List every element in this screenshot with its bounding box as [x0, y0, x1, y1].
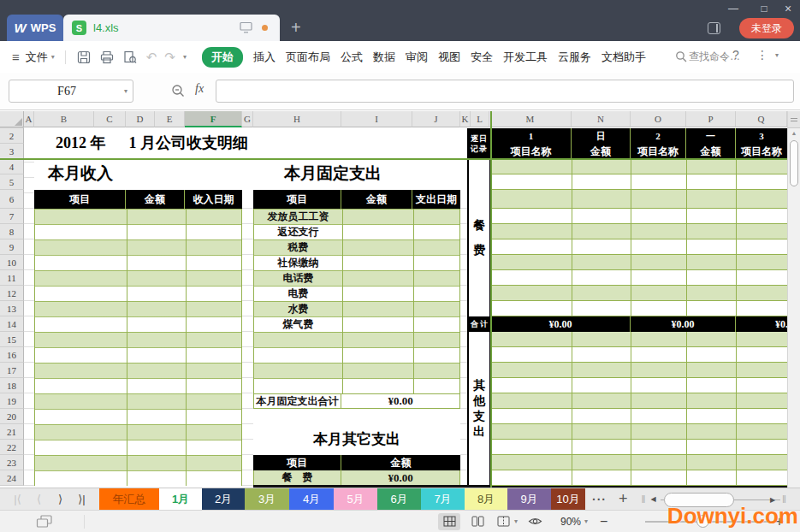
- fixed-item-water[interactable]: 水费: [254, 301, 342, 316]
- first-sheet-icon[interactable]: |⟨: [7, 493, 28, 505]
- sheet-tab-4月[interactable]: 4月: [289, 488, 334, 511]
- zoom-out-button[interactable]: −: [600, 517, 607, 526]
- daily-header-item-1[interactable]: 项目名称: [491, 144, 572, 159]
- name-box-caret-icon[interactable]: ▾: [124, 87, 127, 95]
- row-header-9[interactable]: 9: [0, 239, 24, 255]
- other-expense-first-row[interactable]: 餐 费 ¥0.00: [253, 470, 460, 486]
- share-screen-icon[interactable]: [240, 21, 252, 33]
- column-header-K[interactable]: K: [460, 111, 471, 127]
- sheet-tab-7月[interactable]: 7月: [421, 488, 465, 511]
- daily-grid-row[interactable]: [491, 393, 787, 409]
- help-icon[interactable]: ?: [732, 48, 739, 62]
- sidebar-toggle-icon[interactable]: [708, 22, 720, 34]
- column-header-D[interactable]: D: [126, 111, 155, 127]
- income-header-date[interactable]: 收入日期: [185, 190, 242, 209]
- column-header-C[interactable]: C: [94, 111, 126, 127]
- fixed-item-tax[interactable]: 税费: [254, 239, 342, 255]
- daily-header-amount-2[interactable]: 金额: [686, 144, 736, 159]
- fixed-item-phone[interactable]: 电话费: [254, 270, 342, 286]
- row-header-19[interactable]: 19: [0, 393, 24, 409]
- column-header-F[interactable]: F: [185, 111, 242, 127]
- login-button[interactable]: 未登录: [739, 18, 794, 38]
- column-header-H[interactable]: H: [253, 111, 341, 127]
- other-expense-vertical-label[interactable]: 其他支出: [472, 378, 486, 440]
- prev-sheet-icon[interactable]: ⟨: [28, 493, 50, 505]
- fixed-expense-heading[interactable]: 本月固定支出: [253, 161, 412, 186]
- daily-header-item-3[interactable]: 项目名称: [736, 144, 787, 159]
- sheet-tab-8月[interactable]: 8月: [465, 488, 507, 511]
- column-header-I[interactable]: I: [341, 111, 412, 127]
- print-preview-icon[interactable]: [123, 50, 137, 64]
- income-header-item[interactable]: 项目: [34, 190, 126, 209]
- fixed-expense-table-body[interactable]: 发放员工工资 返还支行 税费 社保缴纳 电话费 电费 水费 煤气费: [253, 209, 460, 393]
- split-handle-icon[interactable]: [788, 111, 800, 128]
- row-header-6[interactable]: 6: [0, 190, 24, 209]
- view-caret-icon[interactable]: ▾: [514, 517, 518, 525]
- fixed-item-gas[interactable]: 煤气费: [254, 316, 342, 332]
- vertical-scroll-thumb[interactable]: [790, 140, 798, 186]
- file-menu[interactable]: 文件: [26, 50, 48, 65]
- column-header-M[interactable]: M: [489, 111, 572, 127]
- daily-grid-row[interactable]: [491, 470, 787, 486]
- column-header-Q[interactable]: Q: [736, 111, 787, 127]
- vertical-scrollbar[interactable]: ▲: [787, 111, 800, 488]
- row-header-22[interactable]: 22: [0, 440, 24, 455]
- tab-view[interactable]: 视图: [438, 50, 460, 65]
- document-tab[interactable]: S l4.xls: [63, 15, 280, 41]
- sheet-title-cell[interactable]: 2012 年 1 月公司收支明细: [24, 128, 467, 159]
- daily-grid-lower[interactable]: [491, 332, 787, 486]
- other-header-amount[interactable]: 金额: [341, 455, 460, 470]
- column-header-B[interactable]: B: [34, 111, 94, 127]
- fx-insert-function-icon[interactable]: fx: [195, 82, 204, 96]
- row-header-5[interactable]: 5: [0, 174, 24, 190]
- save-icon[interactable]: [77, 50, 91, 64]
- sheet-tab-9月[interactable]: 9月: [507, 488, 551, 511]
- next-sheet-icon[interactable]: ⟩: [50, 493, 71, 505]
- daily-grid-row[interactable]: [491, 424, 787, 440]
- row-header-15[interactable]: 15: [0, 332, 24, 347]
- select-all-corner[interactable]: [0, 111, 24, 127]
- formula-input[interactable]: [216, 80, 794, 103]
- sheet-tab-3月[interactable]: 3月: [245, 488, 289, 511]
- more-options-icon[interactable]: ⋮: [756, 48, 768, 62]
- row-header-8[interactable]: 8: [0, 224, 24, 239]
- normal-view-icon[interactable]: [438, 513, 460, 530]
- daily-grid-row[interactable]: [491, 224, 787, 239]
- eye-protect-icon[interactable]: [524, 513, 545, 530]
- name-box[interactable]: F67 ▾: [9, 80, 133, 103]
- daily-total-label[interactable]: 合 计: [469, 316, 489, 332]
- column-header-G[interactable]: G: [242, 111, 253, 127]
- column-header-N[interactable]: N: [572, 111, 631, 127]
- daily-grid-row[interactable]: [491, 440, 787, 455]
- daily-grid-row[interactable]: [491, 301, 787, 316]
- minimize-button[interactable]: —: [726, 2, 741, 16]
- sheet-tab-5月[interactable]: 5月: [334, 488, 377, 511]
- column-header-P[interactable]: P: [686, 111, 736, 127]
- meal-expense-vertical-label[interactable]: 餐费: [472, 213, 486, 263]
- tab-page-layout[interactable]: 页面布局: [286, 50, 330, 65]
- collapse-ribbon-icon[interactable]: ▾: [775, 51, 779, 59]
- income-heading[interactable]: 本月收入: [48, 161, 113, 186]
- day-1-header[interactable]: 1: [491, 128, 572, 144]
- column-header-E[interactable]: E: [155, 111, 185, 127]
- row-header-3[interactable]: 3: [0, 144, 24, 159]
- hscroll-left-arrow-icon[interactable]: ◀: [650, 495, 655, 503]
- tab-review[interactable]: 审阅: [406, 50, 428, 65]
- search-icon[interactable]: [675, 50, 687, 62]
- redo-icon[interactable]: ↷: [164, 50, 175, 65]
- daily-grid-row[interactable]: [491, 347, 787, 363]
- day-2-header[interactable]: 2: [631, 128, 686, 144]
- fixed-header-item[interactable]: 项目: [253, 190, 341, 209]
- row-header-24[interactable]: 24: [0, 470, 24, 486]
- daily-record-corner-label[interactable]: 逐日记录: [469, 128, 489, 159]
- fixed-item-repay[interactable]: 返还支行: [254, 224, 342, 239]
- tab-security[interactable]: 安全: [471, 50, 493, 65]
- day-sun-header[interactable]: 日: [572, 128, 631, 144]
- daily-grid-row[interactable]: [491, 455, 787, 470]
- quickbar-more-caret-icon[interactable]: ▾: [183, 53, 187, 61]
- window-switch-icon[interactable]: [36, 515, 53, 529]
- new-document-tab-button[interactable]: +: [291, 19, 301, 36]
- page-break-view-icon[interactable]: [493, 513, 513, 530]
- day-3-header[interactable]: 3: [736, 128, 787, 144]
- daily-grid-upper[interactable]: [491, 159, 787, 316]
